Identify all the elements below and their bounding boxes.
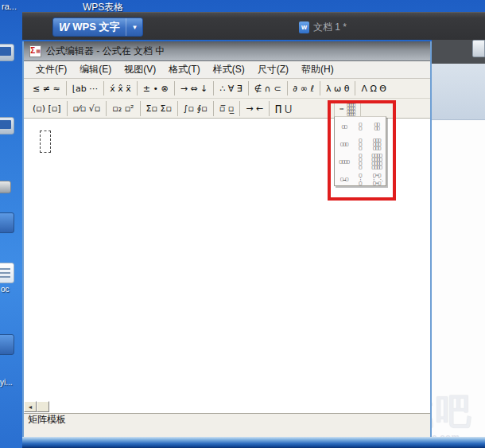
background-ribbon-band bbox=[432, 64, 485, 120]
matrix-row-glyph: ▫▫▫ bbox=[340, 106, 343, 111]
fence-templates-button[interactable]: (▫) [▫] bbox=[27, 99, 67, 119]
logical-symbols-button[interactable]: ∴ ∀ ∃ bbox=[214, 79, 247, 98]
matrix-templates-button[interactable]: ▫▫▫ □□□□ □□□□ □□□□ □□□□ bbox=[334, 100, 361, 117]
toolbar: ≤ ≠ ≈ ⌊ab ⋯ x́ x̂ ẍ ± • ⊗ → ⇔ ↓ ∴ ∀ ∃ ∉ … bbox=[24, 79, 430, 119]
symbol-toolbar-row: ≤ ≠ ≈ ⌊ab ⋯ x́ x̂ ẍ ± • ⊗ → ⇔ ↓ ∴ ∀ ∃ ∉ … bbox=[24, 79, 430, 99]
background-window-button[interactable] bbox=[472, 40, 485, 57]
document-tab-label: 文档 1 * bbox=[313, 21, 347, 34]
menu-size[interactable]: 尺寸(Z) bbox=[252, 61, 294, 78]
summation-templates-button[interactable]: Σ▫ Σ▫ bbox=[141, 99, 177, 119]
equation-editor-icon: Σ ▦ bbox=[29, 45, 41, 57]
matrix-nxn-item[interactable]: □⋯□ ⋮ ⋱ □⋯□ bbox=[371, 173, 382, 185]
matrix-templates-menu: □□ □ □ □□ □□ □□□ □ □ □ □□□ □□□ □□□ □□□□ … bbox=[334, 116, 386, 186]
empty-equation-slot[interactable] bbox=[40, 131, 51, 153]
misc-symbols-button[interactable]: ∂ ∞ ℓ bbox=[288, 79, 320, 98]
desktop-icon-label-doc: oc bbox=[1, 285, 10, 294]
screen: ra... WPS表格 oc yi... W WPS 文字 ▼ w 文档 1 *… bbox=[0, 0, 485, 448]
spaces-ellipses-button[interactable]: ⌊ab ⋯ bbox=[67, 79, 104, 98]
scroll-thumb[interactable] bbox=[37, 401, 49, 412]
chevron-down-icon[interactable]: ▼ bbox=[126, 18, 142, 36]
matrix-2x1-item[interactable]: □ □ bbox=[359, 122, 361, 130]
wps-window-top-bar: W WPS 文字 ▼ w 文档 1 * bbox=[22, 12, 485, 40]
scroll-left-button[interactable]: ◄ bbox=[24, 401, 37, 412]
horizontal-scrollbar[interactable]: ◄ bbox=[24, 401, 49, 413]
wps-logo: W bbox=[53, 21, 72, 33]
status-text: 矩阵模板 bbox=[28, 413, 66, 427]
matrix-3x3-item[interactable]: □□□ □□□ □□□ bbox=[373, 138, 380, 150]
matrix-1xn-item[interactable]: □…□ bbox=[340, 177, 347, 181]
matrix-4x4-item[interactable]: □□□□ □□□□ □□□□ □□□□ bbox=[372, 153, 382, 169]
matrix-2x2-item[interactable]: □□ □□ bbox=[374, 122, 379, 130]
bar-templates-button[interactable]: ▫̅ ▫̲ bbox=[214, 99, 239, 119]
doc-line bbox=[0, 268, 10, 270]
matrix-4x1-item[interactable]: □ □ □ □ bbox=[359, 153, 361, 169]
script-templates-button[interactable]: ▫₂ ▫² bbox=[107, 99, 139, 119]
greek-lowercase-button[interactable]: λ ω θ bbox=[320, 79, 355, 98]
desktop-icon-label-top: ra... bbox=[2, 2, 17, 11]
desktop-icon-document-blue[interactable] bbox=[0, 334, 14, 355]
matrix-1x2-item[interactable]: □□ bbox=[342, 124, 347, 128]
desktop-icon-label-bottom: yi... bbox=[0, 378, 13, 387]
doc-line bbox=[0, 276, 10, 278]
integral-templates-button[interactable]: ∫▫ ∮▫ bbox=[178, 99, 213, 119]
operator-symbols-button[interactable]: ± • ⊗ bbox=[138, 79, 174, 98]
document-tab[interactable]: w 文档 1 * bbox=[299, 18, 347, 36]
embellishments-button[interactable]: x́ x̂ ẍ bbox=[104, 79, 137, 98]
menu-edit[interactable]: 编辑(E) bbox=[74, 61, 117, 78]
menu-style[interactable]: 样式(S) bbox=[208, 61, 250, 78]
equation-editor-window: Σ ▦ 公式编辑器 - 公式在 文档 中 文件(F) 编辑(E) 视图(V) 格… bbox=[22, 41, 432, 437]
window-bottom-border bbox=[22, 437, 485, 448]
matrix-nx1-item[interactable]: □ ⋮ □ bbox=[358, 173, 363, 185]
greek-uppercase-button[interactable]: Λ Ω Θ bbox=[355, 79, 392, 98]
sigma-glyph: Σ bbox=[30, 47, 35, 55]
menu-bar: 文件(F) 编辑(E) 视图(V) 格式(T) 样式(S) 尺寸(Z) 帮助(H… bbox=[24, 61, 430, 79]
desktop-icon-app-2[interactable] bbox=[0, 212, 14, 233]
desktop-icon-app[interactable] bbox=[0, 181, 11, 193]
doc-line bbox=[0, 272, 10, 274]
status-bar: 矩阵模板 bbox=[24, 413, 430, 426]
monitor-screen bbox=[0, 47, 11, 56]
desktop-icon-document[interactable] bbox=[0, 263, 14, 283]
wps-app-button-label: WPS 文字 bbox=[72, 20, 126, 34]
grid-glyph: ▦ bbox=[36, 49, 41, 53]
menu-format[interactable]: 格式(T) bbox=[163, 61, 205, 78]
menu-view[interactable]: 视图(V) bbox=[118, 61, 161, 78]
title-bar[interactable]: Σ ▦ 公式编辑器 - 公式在 文档 中 bbox=[24, 41, 430, 61]
matrix-1x3-item[interactable]: □□□ bbox=[340, 142, 347, 146]
set-theory-symbols-button[interactable]: ∉ ∩ ⊂ bbox=[249, 79, 287, 98]
window-title: 公式编辑器 - 公式在 文档 中 bbox=[46, 45, 165, 58]
arrow-symbols-button[interactable]: → ⇔ ↓ bbox=[175, 79, 214, 98]
labeled-arrow-templates-button[interactable]: → ← bbox=[240, 99, 269, 119]
product-set-templates-button[interactable]: ∏ ⋃ bbox=[270, 99, 297, 119]
matrix-grid-glyph: □□□□ □□□□ □□□□ □□□□ bbox=[347, 103, 355, 115]
relational-symbols-button[interactable]: ≤ ≠ ≈ bbox=[27, 79, 66, 98]
menu-file[interactable]: 文件(F) bbox=[30, 61, 72, 78]
wps-writer-app-button[interactable]: W WPS 文字 ▼ bbox=[52, 18, 143, 37]
fraction-radical-templates-button[interactable]: ▫⁄▫ √▫ bbox=[68, 99, 107, 119]
menu-help[interactable]: 帮助(H) bbox=[296, 61, 340, 78]
desktop-icon-computer-2[interactable] bbox=[0, 117, 14, 134]
matrix-1x4-item[interactable]: □□□□ bbox=[340, 159, 349, 163]
matrix-3x1-item[interactable]: □ □ □ bbox=[359, 138, 361, 150]
background-document-area bbox=[432, 120, 485, 437]
desktop-icon-computer[interactable] bbox=[0, 44, 14, 61]
monitor-screen bbox=[0, 120, 11, 129]
document-icon: w bbox=[299, 21, 309, 33]
